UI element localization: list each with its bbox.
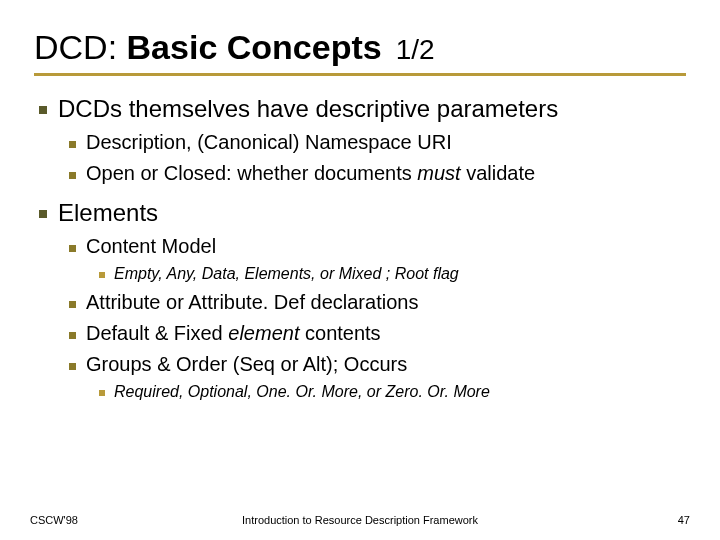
list-item: Description, (Canonical) Namespace URI [68,130,686,155]
slide-title: DCD: Basic Concepts 1/2 [34,28,686,67]
bullet-text-emph: element [228,322,299,344]
list-item: Required, Optional, One. Or. More, or Ze… [98,382,686,402]
list-item: Open or Closed: whether documents must v… [68,161,686,186]
bullet-text: Required, Optional, One. Or. More, or Ze… [114,382,490,402]
square-bullet-icon [68,168,76,182]
bullet-text: Open or Closed: whether documents must v… [86,161,535,186]
list-item: Attribute or Attribute. Def declarations [68,290,686,315]
bullet-text-part: Open or Closed: whether documents [86,162,417,184]
bullet-text: DCDs themselves have descriptive paramet… [58,94,558,124]
bullet-text: Attribute or Attribute. Def declarations [86,290,418,315]
title-main: Basic Concepts [127,28,382,66]
bullet-text: Empty, Any, Data, Elements, or Mixed ; R… [114,264,459,284]
square-bullet-icon [38,102,48,118]
title-text: DCD: Basic Concepts [34,28,382,67]
bullet-text-part: Default & Fixed [86,322,228,344]
bullet-text-part: contents [299,322,380,344]
bullet-text: Groups & Order (Seq or Alt); Occurs [86,352,407,377]
list-item: DCDs themselves have descriptive paramet… [38,94,686,124]
list-item: Default & Fixed element contents [68,321,686,346]
content-body: DCDs themselves have descriptive paramet… [34,94,686,402]
square-bullet-icon [98,269,105,281]
square-bullet-icon [68,359,76,373]
bullet-text: Elements [58,198,158,228]
square-bullet-icon [68,328,76,342]
title-page-indicator: 1/2 [396,34,435,66]
slide: DCD: Basic Concepts 1/2 DCDs themselves … [0,0,720,402]
list-item: Empty, Any, Data, Elements, or Mixed ; R… [98,264,686,284]
square-bullet-icon [68,297,76,311]
slide-footer: CSCW'98 Introduction to Resource Descrip… [0,514,720,526]
square-bullet-icon [38,206,48,222]
list-item: Groups & Order (Seq or Alt); Occurs [68,352,686,377]
bullet-text: Content Model [86,234,216,259]
list-item: Elements [38,198,686,228]
square-bullet-icon [98,387,105,399]
list-item: Content Model [68,234,686,259]
square-bullet-icon [68,241,76,255]
bullet-text: Default & Fixed element contents [86,321,381,346]
footer-center: Introduction to Resource Description Fra… [0,514,720,526]
title-underline [34,73,686,76]
bullet-text-emph: must [417,162,460,184]
square-bullet-icon [68,137,76,151]
bullet-text-part: validate [461,162,536,184]
bullet-text: Description, (Canonical) Namespace URI [86,130,452,155]
title-prefix: DCD: [34,28,127,66]
